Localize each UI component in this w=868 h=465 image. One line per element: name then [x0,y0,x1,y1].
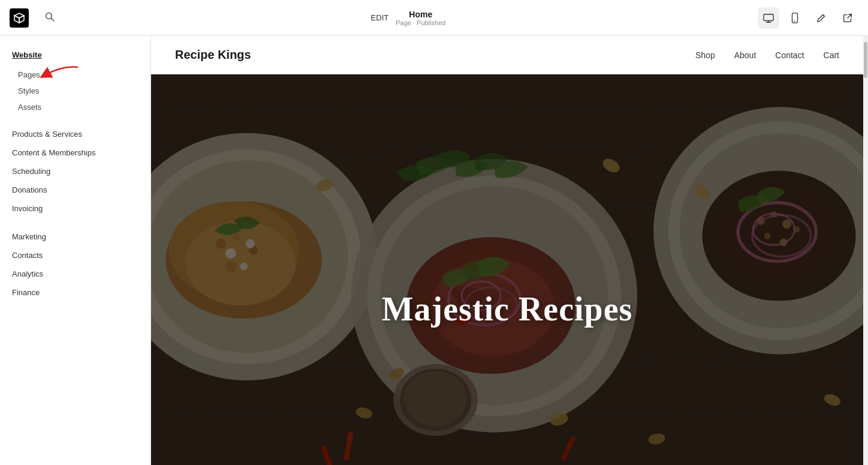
sidebar-item-content[interactable]: Content & Memberships [0,143,150,162]
sidebar-item-scheduling[interactable]: Scheduling [0,162,150,181]
scrollbar-thumb[interactable] [864,42,867,78]
sidebar-section-website: Website [0,48,150,67]
preview-site-header: Recipe Kings Shop About Contact Cart [151,36,863,74]
site-name: Recipe Kings [175,48,251,62]
sidebar-divider-2 [0,218,150,227]
content-area: Recipe Kings Shop About Contact Cart [151,36,863,465]
top-bar: EDIT Home Page · Published [0,0,868,36]
edit-mode-button[interactable] [810,7,832,29]
search-icon[interactable] [41,8,59,28]
svg-line-2 [52,18,55,21]
mobile-view-button[interactable] [784,7,806,29]
hero-overlay [151,74,863,465]
page-info: Home Page · Published [396,10,445,26]
sidebar-item-products[interactable]: Products & Services [0,125,150,143]
sidebar-divider-1 [0,115,150,125]
sidebar-item-donations[interactable]: Donations [0,181,150,199]
hero-text: Majestic Recipes [382,290,633,328]
sidebar-item-pages[interactable]: Pages [0,67,58,83]
nav-item-shop[interactable]: Shop [695,50,715,60]
sidebar-item-styles[interactable]: Styles [0,83,150,99]
open-external-button[interactable] [837,7,858,29]
sidebar-item-analytics[interactable]: Analytics [0,265,150,283]
sidebar-item-marketing[interactable]: Marketing [0,227,150,246]
site-nav: Shop About Contact Cart [695,50,839,60]
pages-item-container: Pages [0,67,150,83]
sidebar-item-invoicing[interactable]: Invoicing [0,199,150,218]
sidebar-item-finance[interactable]: Finance [0,283,150,302]
logo-icon[interactable] [10,8,29,28]
nav-item-contact[interactable]: Contact [775,50,804,60]
svg-rect-3 [764,14,773,20]
sidebar: Website Pages Styles Assets Products & S… [0,36,151,465]
nav-item-cart[interactable]: Cart [824,50,839,60]
sidebar-item-assets[interactable]: Assets [0,99,150,115]
svg-line-8 [823,14,825,16]
top-bar-center-wrapper: EDIT Home Page · Published [371,10,446,26]
page-title-center: Home [409,10,432,19]
desktop-view-button[interactable] [758,7,779,29]
main-layout: Website Pages Styles Assets Products & S… [0,36,868,465]
edit-label: EDIT [371,13,389,22]
top-bar-left [0,8,59,28]
sidebar-item-contacts[interactable]: Contacts [0,246,150,265]
page-subtitle: Page · Published [396,19,445,26]
hero-area: Majestic Recipes [151,74,863,465]
svg-point-7 [794,20,795,22]
nav-item-about[interactable]: About [734,50,757,60]
top-bar-right [758,7,868,29]
scrollbar-track[interactable] [863,36,868,465]
